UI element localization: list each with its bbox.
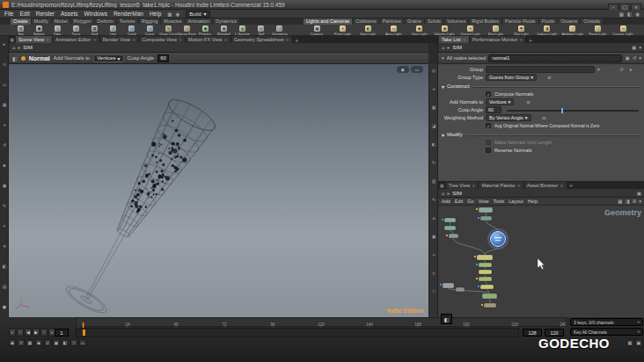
shelf-tab-deform[interactable]: Deform bbox=[95, 18, 117, 25]
shelf-tool-null[interactable]: ◇Null bbox=[252, 25, 270, 36]
close-icon[interactable]: × bbox=[560, 182, 563, 189]
menubar-right-icon-1[interactable]: ◧ bbox=[627, 11, 632, 17]
shelf-tool-distant-light[interactable]: ☀Distant Light bbox=[457, 25, 483, 36]
transport-button-4[interactable]: › bbox=[40, 329, 48, 337]
group-dropdown-icon[interactable]: ▾ bbox=[597, 67, 600, 72]
left-toolbar-icon-3[interactable]: ▦ bbox=[0, 102, 9, 107]
playbar-toggle-7[interactable]: ▽ bbox=[70, 339, 77, 346]
menu-windows[interactable]: Windows bbox=[84, 11, 107, 17]
shelf-tool-l-system[interactable]: ψL-System bbox=[233, 25, 252, 36]
shelf-tab-collisions[interactable]: Collisions bbox=[353, 18, 380, 25]
close-icon[interactable]: × bbox=[286, 36, 289, 43]
home-icon[interactable]: ⌂ bbox=[442, 191, 445, 196]
keys-info-field[interactable]: 3 keys, 0/0 channels ▾ bbox=[570, 318, 643, 326]
shelf-tool-spot-light[interactable]: ◐Spot Light bbox=[355, 25, 381, 36]
revert-icon[interactable]: ↺ bbox=[633, 55, 637, 61]
playbar-toggle-3[interactable]: ◆ bbox=[35, 339, 42, 346]
left-toolbar-icon-10[interactable]: ≡ bbox=[0, 243, 9, 249]
playhead-handle[interactable] bbox=[83, 329, 85, 336]
shelf-tab-muscles[interactable]: Muscles bbox=[161, 18, 185, 25]
cusp-angle-slider[interactable] bbox=[507, 110, 639, 112]
home-icon[interactable]: ⌂ bbox=[12, 45, 16, 50]
slider-handle[interactable] bbox=[561, 108, 563, 113]
shelf-tool-draw-curve[interactable]: ✎Draw Curve bbox=[159, 25, 178, 36]
network-menu-layout[interactable]: Layout bbox=[509, 199, 523, 204]
left-toolbar-icon-4[interactable]: + bbox=[0, 122, 9, 127]
transport-button-3[interactable]: ▶ bbox=[33, 329, 40, 337]
shelf-tool-geo-light[interactable]: ◆Geo Light bbox=[406, 25, 432, 36]
network-menu-go[interactable]: Go bbox=[467, 199, 473, 204]
shelf-tab-animation[interactable]: Animation bbox=[186, 18, 213, 25]
left-toolbar-icon-0[interactable]: ▸ bbox=[0, 41, 9, 47]
shelf-tab-fluids[interactable]: Fluids bbox=[539, 18, 559, 25]
viewport-pill-0[interactable]: ◉ bbox=[397, 66, 409, 73]
menu-file[interactable]: File bbox=[4, 11, 13, 17]
shelf-tab-particle-fluids[interactable]: Particle Fluids bbox=[502, 18, 539, 25]
shelf-tab-create[interactable]: Create bbox=[11, 18, 32, 25]
cusp-angle-field[interactable]: 60 bbox=[157, 54, 169, 62]
shelf-tool-ambient-light[interactable]: ◌Ambient Light bbox=[560, 25, 585, 36]
shelf-tab-texture[interactable]: Texture bbox=[117, 18, 139, 25]
home-icon[interactable]: ⌂ bbox=[442, 45, 445, 50]
add-normals-to-dropdown[interactable]: Vertices ▾ bbox=[486, 98, 514, 105]
breadcrumb[interactable]: SIM bbox=[452, 45, 462, 50]
pin-icon[interactable]: ▣ bbox=[637, 191, 641, 196]
shelf-tool-point-light[interactable]: ☀Point Light bbox=[330, 25, 355, 36]
frame-slider[interactable] bbox=[76, 328, 519, 337]
shelf-tool-circle[interactable]: ○Circle bbox=[122, 25, 141, 36]
pane-bar-icon-1[interactable]: ▦ bbox=[8, 37, 16, 42]
timeline-ruler[interactable]: 24487296120144168192216240 bbox=[76, 317, 567, 327]
group-input[interactable] bbox=[486, 66, 595, 73]
network-toolbar-icon-3[interactable]: ▾ bbox=[639, 199, 641, 204]
shelf-tab-dynamics[interactable]: Dynamics bbox=[213, 18, 240, 25]
add-pane-tab-icon[interactable]: + bbox=[293, 37, 301, 43]
shelf-tool-sky-light[interactable]: ◓Sky Light bbox=[509, 25, 534, 36]
left-toolbar-icon-13[interactable]: ● bbox=[0, 304, 9, 309]
node-name-field[interactable]: normal1 bbox=[488, 54, 622, 62]
group-type-dropdown[interactable]: Guess from Group ▾ bbox=[486, 74, 537, 81]
pane-tab-motion-fx-view[interactable]: Motion FX View× bbox=[186, 36, 231, 43]
breadcrumb[interactable]: SIM bbox=[23, 45, 33, 50]
playbar-toggle-1[interactable]: ≡ bbox=[18, 339, 25, 346]
viewport-pill-1[interactable]: ▭ bbox=[411, 66, 423, 73]
pin-icon[interactable]: ▣ bbox=[625, 55, 629, 61]
shelf-tool-portal-light[interactable]: ▢Portal Light bbox=[585, 25, 611, 36]
playbar-toggle-0[interactable]: ◉ bbox=[9, 339, 16, 346]
add-pane-tab-icon[interactable]: + bbox=[526, 37, 534, 43]
add-normals-to-menu-icon[interactable]: ≡ bbox=[526, 99, 531, 105]
shelf-tab-particles[interactable]: Particles bbox=[380, 18, 405, 25]
add-pane-tab-icon[interactable]: + bbox=[567, 182, 575, 188]
compute-normals-checkbox[interactable]: ✓ bbox=[486, 91, 491, 97]
menubar-right-icon-0[interactable]: ▦ bbox=[619, 11, 624, 17]
shelf-tool-line[interactable]: ╱Line bbox=[104, 25, 122, 36]
menu-assets[interactable]: Assets bbox=[61, 11, 78, 17]
shelf-tool-platonic[interactable]: ◆Platonic bbox=[196, 25, 215, 36]
shelf-tab-model[interactable]: Model bbox=[52, 18, 71, 25]
scene-viewport[interactable]: ◉▭ Indie Edition bbox=[9, 64, 428, 317]
shelf-tool-volume-light[interactable]: ◉Volume Light bbox=[432, 25, 457, 36]
pane-tab-animation-editor[interactable]: Animation Editor× bbox=[53, 36, 100, 43]
shelf-tab-lights-and-cameras[interactable]: Lights and Cameras bbox=[304, 18, 353, 25]
op-state-icon[interactable]: ◧ bbox=[12, 55, 18, 62]
shelf-tab-grains[interactable]: Grains bbox=[405, 18, 425, 25]
pane-tab-geometry-spreadsheet[interactable]: Geometry Spreadsheet× bbox=[231, 36, 293, 43]
menubar-icon-0[interactable]: ▦ bbox=[167, 11, 172, 17]
network-toolbar-icon-2[interactable]: ⊞ bbox=[633, 199, 637, 204]
close-icon[interactable]: × bbox=[46, 36, 49, 43]
unit-length-checkbox[interactable] bbox=[486, 140, 491, 145]
shelf-tool-camera[interactable]: ▣Camera bbox=[304, 25, 330, 36]
chevron-down-icon[interactable]: ▾ bbox=[639, 45, 641, 50]
network-menu-add[interactable]: Add bbox=[442, 199, 450, 204]
left-toolbar-icon-5[interactable]: ↺ bbox=[0, 142, 9, 148]
transport-button-2[interactable]: ◀ bbox=[25, 329, 32, 337]
network-toolbar-icon-0[interactable]: ▦ bbox=[618, 199, 622, 204]
playbar-toggle-8[interactable]: ▭ bbox=[79, 339, 86, 346]
transport-button-0[interactable]: « bbox=[9, 329, 16, 337]
menu-renderman[interactable]: RenderMan bbox=[113, 11, 143, 17]
pane-tab-composite-view[interactable]: Composite View× bbox=[139, 36, 186, 43]
left-toolbar-icon-9[interactable]: ⌖ bbox=[0, 223, 9, 229]
corner-button-0[interactable]: ▦ bbox=[626, 339, 633, 346]
construct-section[interactable]: ▾ Construct bbox=[442, 83, 641, 90]
key-all-channels-button[interactable]: Key All Channels ▾ bbox=[570, 328, 643, 336]
chevron-down-icon[interactable]: ▾ bbox=[639, 55, 641, 61]
